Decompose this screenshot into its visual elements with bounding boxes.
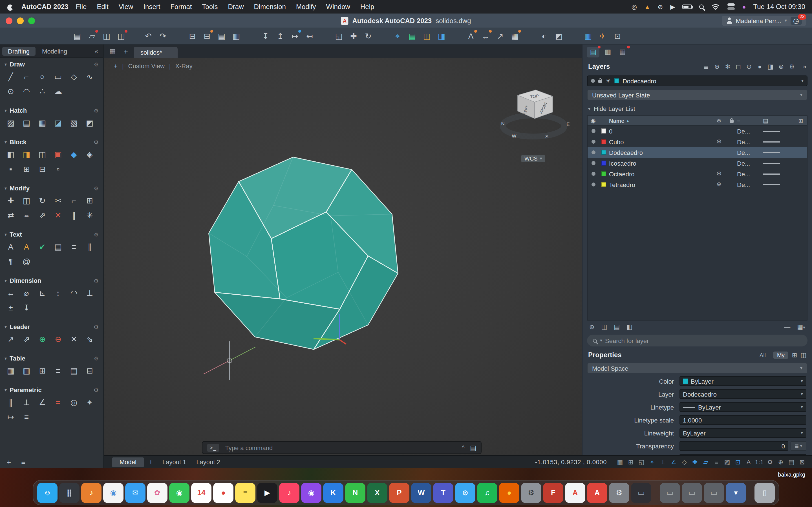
layer-lineweight[interactable]: De... — [737, 149, 763, 156]
multileader-tool[interactable]: ↗ — [3, 332, 18, 346]
layer-lineweight[interactable]: De... — [737, 138, 763, 145]
plot-button[interactable]: ⊟ — [186, 30, 199, 42]
line-tool[interactable]: ╱ — [3, 69, 18, 84]
base-point-tool[interactable]: ▪ — [3, 162, 18, 176]
baseline-dimension-tool[interactable]: ↧ — [18, 300, 35, 315]
mirror-tool[interactable]: ⇄ — [3, 208, 18, 223]
dock-filezilla[interactable]: F — [543, 483, 563, 503]
match-layer-icon[interactable]: ◨ — [766, 63, 775, 70]
dock-tv[interactable]: ▶ — [257, 483, 277, 503]
page-setup-button[interactable]: ▤ — [215, 30, 228, 42]
isolate-layer-icon[interactable]: ⊙ — [744, 63, 754, 70]
layer-color-swatch[interactable] — [601, 182, 606, 187]
new-layer-icon[interactable]: ⊕ — [712, 63, 722, 70]
section-header[interactable]: ▾ Draw ⚙ — [0, 59, 103, 69]
linear-dimension-tool[interactable]: ↔ — [3, 286, 18, 300]
angular-dimension-tool[interactable]: ⊾ — [35, 286, 50, 300]
justify-tool[interactable]: ≡ — [66, 239, 82, 254]
layer-lineweight[interactable]: De... — [737, 128, 763, 134]
transparency-options-button[interactable]: ≣▾ — [791, 441, 806, 451]
layer-name[interactable]: Cubo — [608, 138, 712, 145]
workspace-switcher[interactable]: ⚙ — [765, 458, 775, 466]
find-replace-tool[interactable]: @ — [18, 254, 35, 269]
tab-layout-1[interactable]: Layout 1 — [157, 459, 191, 465]
command-input[interactable]: Type a command — [225, 444, 456, 451]
dock-calendar[interactable]: 14 — [191, 483, 211, 503]
write-block-tool[interactable]: ◫ — [35, 147, 50, 162]
layer-on-indicator[interactable] — [591, 182, 595, 186]
layer-linetype-sample[interactable] — [763, 163, 795, 164]
pin-panel-icon[interactable]: ◫ — [801, 351, 806, 358]
object-snap-tracking-toggle[interactable]: ✚ — [690, 458, 700, 466]
layer-row[interactable]: Icosaedro ❄ De... — [588, 158, 807, 168]
layer-color-swatch[interactable] — [601, 150, 606, 155]
layer-linetype-sample[interactable] — [763, 130, 795, 131]
layer-row[interactable]: Tetraedro ❄ De... — [588, 179, 807, 190]
perpendicular-constraint-tool[interactable]: ⊥ — [18, 395, 35, 409]
menu-item[interactable]: View — [114, 3, 139, 11]
dock-itunes[interactable]: ♪ — [81, 483, 101, 503]
dock-safari[interactable]: ⊙ — [455, 483, 475, 503]
redo-button[interactable]: ↷ — [157, 30, 169, 42]
dock-trash[interactable]: ▯ — [755, 483, 775, 503]
dock-launchpad[interactable]: ⣿ — [59, 483, 80, 503]
section-header[interactable]: ▾ Dimension ⚙ — [0, 276, 103, 286]
dock-notes[interactable]: ≡ — [235, 483, 255, 503]
hatch-tool[interactable]: ▨ — [3, 115, 18, 130]
tab-model[interactable]: Model — [112, 457, 144, 467]
erase-tool[interactable]: ✕ — [50, 208, 66, 223]
dimension-button[interactable]: ↔ — [479, 30, 492, 42]
field-tool[interactable]: ▤ — [50, 239, 66, 254]
command-clipboard-icon[interactable]: ▤ — [470, 444, 476, 452]
gear-icon[interactable]: ⚙ — [94, 277, 99, 284]
table-style-tool[interactable]: ▥ — [18, 363, 35, 378]
new-group-filter-button[interactable]: ▤ — [614, 323, 620, 330]
layer-on-indicator[interactable] — [591, 140, 595, 144]
materials-button[interactable]: ◐ — [538, 30, 550, 42]
hide-layer-list-toggle[interactable]: ▾ Hide Layer List — [582, 102, 812, 115]
new-property-filter-button[interactable]: ◧ — [626, 323, 632, 330]
ortho-mode-toggle[interactable]: ⊥ — [658, 458, 668, 466]
filter-my-button[interactable]: My — [773, 351, 789, 358]
layer-lineweight[interactable]: De... — [737, 160, 763, 166]
dock-downloads[interactable]: ▾ — [726, 483, 746, 503]
merge-cells-tool[interactable]: ⊟ — [82, 363, 98, 378]
circle-tool[interactable]: ○ — [35, 69, 50, 84]
section-header[interactable]: ▾ Table ⚙ — [0, 353, 103, 363]
copy-tool[interactable]: ◫ — [18, 193, 35, 208]
layer-color-swatch[interactable] — [601, 139, 606, 144]
dynamic-input-toggle[interactable]: ⌖ — [647, 458, 658, 466]
text-button[interactable]: A — [465, 30, 477, 42]
tab-layout-2[interactable]: Layout 2 — [191, 459, 225, 465]
arc-tool[interactable]: ◠ — [18, 84, 35, 99]
app-menu-title[interactable]: AutoCAD 2023 — [21, 3, 68, 11]
block-array-tool[interactable]: ⊞ — [18, 162, 35, 176]
layer-state-manager-button[interactable]: ◫ — [601, 323, 607, 330]
layer-on-indicator[interactable] — [591, 161, 595, 165]
mtext-tool[interactable]: A — [3, 239, 18, 254]
parallel-constraint-tool[interactable]: ∥ — [3, 395, 18, 409]
concentric-constraint-tool[interactable]: ◎ — [66, 395, 82, 409]
layer-state-dropdown[interactable]: Unsaved Layer State ▾ — [587, 90, 808, 100]
arc-length-tool[interactable]: ◠ — [66, 286, 82, 300]
share-button[interactable]: ✈ — [597, 30, 609, 42]
menu-item[interactable]: File — [71, 3, 92, 11]
create-block-tool[interactable]: ◨ — [18, 147, 35, 162]
boundary-tool[interactable]: ▧ — [66, 115, 82, 130]
layer-linetype-sample[interactable] — [763, 184, 795, 185]
gear-icon[interactable]: ⚙ — [94, 387, 99, 393]
dodecahedron-solid[interactable] — [205, 154, 402, 353]
match-properties-button[interactable]: ◨ — [435, 30, 448, 42]
menu-item[interactable]: Window — [321, 3, 355, 11]
polygon-tool[interactable]: ◇ — [66, 69, 82, 84]
layer-name[interactable]: 0 — [608, 128, 712, 134]
sheets-panel-button[interactable]: ▥ — [602, 47, 614, 57]
etransmit-button[interactable]: ↤ — [303, 30, 316, 42]
close-window-button[interactable] — [6, 17, 12, 24]
spline-tool[interactable]: ∿ — [82, 69, 98, 84]
layer-name[interactable]: Octaedro — [608, 170, 712, 177]
layer-row[interactable]: Dodecaedro ❄ De... — [588, 147, 807, 158]
insert-block-tool[interactable]: ◧ — [3, 147, 18, 162]
grid-display-toggle[interactable]: ▦ — [615, 458, 625, 466]
quick-select-icon[interactable]: ⊞ — [792, 351, 797, 358]
